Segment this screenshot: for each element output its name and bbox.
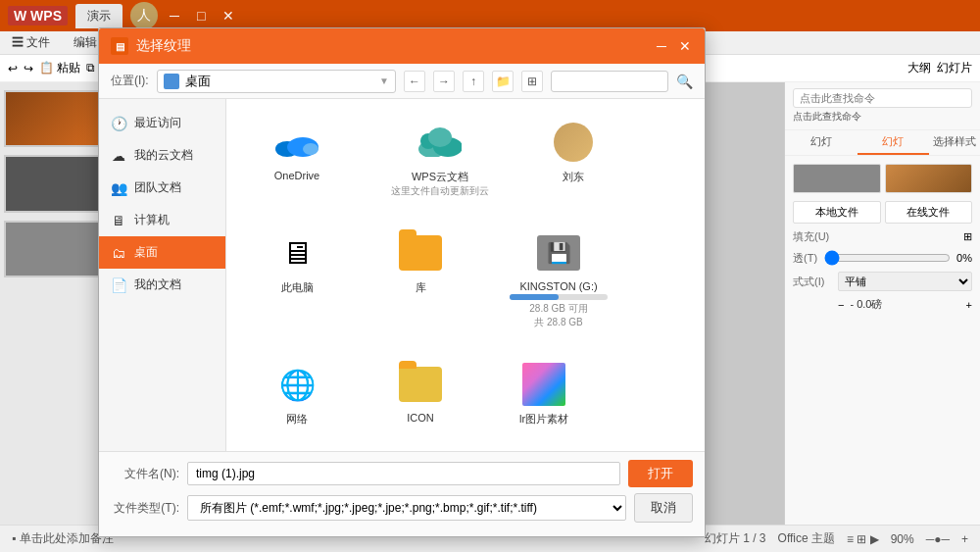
offset-value: - 0.0磅 xyxy=(850,297,959,312)
drive-space-bar xyxy=(510,294,608,300)
person-icon xyxy=(550,119,597,166)
file-item-kingston[interactable]: 💾 KINGSTON (G:) 28.8 GB 可用 共 28.8 GB xyxy=(485,222,632,337)
titlebar-controls: 人 ─ □ ✕ xyxy=(130,2,240,29)
filetype-select[interactable]: 所有图片 (*.emf;*.wmf;*.jpg;*.jpeg;*.jpe;*.p… xyxy=(187,495,626,521)
nav-forward-btn[interactable]: → xyxy=(433,71,455,92)
file-item-wpscloud[interactable]: WPS云文档 这里文件自动更新到云 xyxy=(371,111,509,206)
slide-thumb-1[interactable] xyxy=(4,90,103,147)
style-tile-2[interactable] xyxy=(885,164,973,193)
svg-point-2 xyxy=(303,143,318,155)
redo-icon[interactable]: ↪ xyxy=(24,62,33,75)
file-source-buttons: 本地文件 在线文件 xyxy=(793,201,972,224)
sidebar-item-team[interactable]: 👥 团队文档 xyxy=(99,172,225,204)
location-dropdown-icon[interactable]: ▼ xyxy=(379,75,389,86)
recent-icon: 🕐 xyxy=(111,116,126,131)
command-search-input[interactable] xyxy=(793,88,972,108)
local-file-btn[interactable]: 本地文件 xyxy=(793,201,881,224)
tab-slide-style[interactable]: 幻灯 xyxy=(858,130,930,155)
transparent-row: 透(T) 0% xyxy=(793,250,972,266)
file-item-lrpic[interactable]: lr图片素材 xyxy=(485,353,603,434)
sidebar-item-mycloud[interactable]: ☁ 我的云文档 xyxy=(99,139,225,172)
svg-point-6 xyxy=(428,127,452,147)
select-style-btn[interactable]: 选择样式 xyxy=(929,130,980,155)
slide-panel: 1 2 3 xyxy=(0,82,108,552)
location-value: 桌面 xyxy=(185,73,211,90)
slide-thumb-2[interactable] xyxy=(4,155,103,212)
dialog-close-btn[interactable]: ✕ xyxy=(677,38,693,54)
close-button[interactable]: ✕ xyxy=(217,6,240,25)
cancel-button[interactable]: 取消 xyxy=(634,493,693,523)
onedrive-name: OneDrive xyxy=(274,170,319,181)
offset-row: − - 0.0磅 + xyxy=(793,297,972,312)
online-file-btn[interactable]: 在线文件 xyxy=(885,201,973,224)
fill-label: 填充(U) xyxy=(793,229,832,244)
wps-logo: W WPS xyxy=(8,6,68,25)
dialog-toolbar: 位置(I): 桌面 ▼ ← → ↑ 📁 ⊞ 🔍 xyxy=(99,64,705,99)
undo-icon[interactable]: ↩ xyxy=(8,62,18,75)
file-row-2: 🖥 此电脑 库 💾 KINGSTON (G:) xyxy=(238,222,693,337)
style-tile-1[interactable] xyxy=(793,164,881,193)
nav-back-btn[interactable]: ← xyxy=(404,71,425,92)
wpscloud-name: WPS云文档 xyxy=(412,170,468,184)
minimize-button[interactable]: ─ xyxy=(164,6,185,25)
file-item-liudong[interactable]: 刘东 xyxy=(524,111,622,206)
maximize-button[interactable]: □ xyxy=(191,6,211,25)
transparent-value: 0% xyxy=(956,252,972,264)
library-icon xyxy=(397,229,444,276)
file-item-icon[interactable]: ICON xyxy=(371,353,469,434)
tab-slides[interactable]: 幻灯片 xyxy=(937,60,972,76)
dialog-title-icon: ▤ xyxy=(111,37,128,55)
file-item-library[interactable]: 库 xyxy=(371,222,469,337)
desktop-label: 桌面 xyxy=(134,244,158,261)
computer-icon: 🖥 xyxy=(111,213,126,228)
location-label: 位置(I): xyxy=(111,73,149,89)
file-item-onedrive[interactable]: OneDrive xyxy=(238,111,356,206)
user-avatar: 人 xyxy=(130,2,158,29)
open-button[interactable]: 打开 xyxy=(628,460,693,487)
file-item-computer[interactable]: 🖥 此电脑 xyxy=(238,222,356,337)
sidebar-item-mydocs[interactable]: 📄 我的文档 xyxy=(99,269,225,301)
computer-file-icon: 🖥 xyxy=(273,229,320,276)
zoom-slider-icon[interactable]: ─●─ xyxy=(926,532,950,546)
clipboard-icon[interactable]: 📋 粘贴 xyxy=(39,60,80,76)
nav-up-btn[interactable]: ↑ xyxy=(463,71,484,92)
lrpic-name: lr图片素材 xyxy=(519,412,568,427)
style-select[interactable]: 平铺 xyxy=(838,272,972,291)
dialog-footer: 文件名(N): 打开 文件类型(T): 所有图片 (*.emf;*.wmf;*.… xyxy=(99,451,705,536)
dialog-minimize-btn[interactable]: ─ xyxy=(654,38,669,54)
filename-input[interactable] xyxy=(187,462,620,485)
team-label: 团队文档 xyxy=(134,179,181,196)
fill-icon[interactable]: ⊞ xyxy=(963,230,972,243)
tab-slide-props[interactable]: 幻灯 xyxy=(785,130,858,155)
sidebar-item-recent[interactable]: 🕐 最近访问 xyxy=(99,107,225,139)
file-row-3: 🌐 网络 ICON lr图片素材 xyxy=(238,353,693,434)
menu-file[interactable]: ☰ 文件 xyxy=(8,32,54,53)
tab-outline[interactable]: 大纲 xyxy=(907,60,931,76)
menu-edit[interactable]: 编辑 xyxy=(70,32,101,53)
sidebar-item-computer[interactable]: 🖥 计算机 xyxy=(99,204,225,236)
style-grid xyxy=(793,164,972,193)
sidebar-item-desktop[interactable]: 🗂 桌面 xyxy=(99,236,225,269)
transparent-slider[interactable] xyxy=(824,250,951,266)
file-item-network[interactable]: 🌐 网络 xyxy=(238,353,356,434)
new-folder-btn[interactable]: 📁 xyxy=(492,71,514,92)
mycloud-label: 我的云文档 xyxy=(134,147,193,164)
view-toggle-btn[interactable]: ⊞ xyxy=(521,71,543,92)
mydocs-icon: 📄 xyxy=(111,277,126,293)
wpscloud-icon xyxy=(416,119,464,166)
computer-label: 计算机 xyxy=(134,212,170,228)
props-tabs: 幻灯 幻灯 选择样式 xyxy=(785,130,980,156)
zoom-in-icon[interactable]: + xyxy=(961,532,968,546)
slide-thumb-3[interactable] xyxy=(4,221,103,277)
dialog-search-input[interactable] xyxy=(551,71,668,92)
minus-icon[interactable]: − xyxy=(838,299,844,311)
hdd-shape: 💾 xyxy=(537,235,580,271)
kingston-free: 28.8 GB 可用 xyxy=(529,302,587,316)
icon-name: ICON xyxy=(407,412,434,424)
library-name: 库 xyxy=(416,280,426,295)
recent-label: 最近访问 xyxy=(134,115,181,131)
file-dialog: ▤ 选择纹理 ─ ✕ 位置(I): 桌面 ▼ ← → ↑ 📁 ⊞ 🔍 🕐 最近访… xyxy=(98,27,706,537)
zoom-level: 90% xyxy=(891,532,914,546)
presentation-tab[interactable]: 演示 xyxy=(75,4,122,28)
plus-icon[interactable]: + xyxy=(966,299,972,311)
